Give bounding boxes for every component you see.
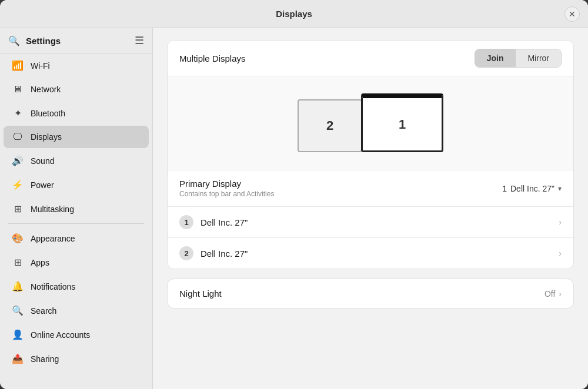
close-icon: ✕	[569, 9, 576, 19]
bluetooth-icon: ✦	[12, 108, 24, 119]
window-title: Displays	[276, 9, 312, 19]
sidebar-item-label: Appearance	[31, 234, 75, 243]
night-light-card: Night Light Off ›	[167, 279, 574, 308]
sidebar-item-label: Displays	[31, 132, 62, 142]
sidebar-header: 🔍 Settings ☰	[0, 28, 152, 53]
display-mode-btn-group: Join Mirror	[475, 49, 562, 68]
sidebar-item-apps[interactable]: ⊞ Apps	[4, 251, 149, 274]
primary-display-info: Primary Display Contains top bar and Act…	[179, 179, 274, 198]
display-list-item-1[interactable]: 1 Dell Inc. 27" ›	[168, 206, 573, 237]
night-light-label: Night Light	[179, 289, 544, 299]
notifications-icon: 🔔	[12, 281, 24, 292]
sidebar-item-power[interactable]: ⚡ Power	[4, 173, 149, 196]
sidebar-item-displays[interactable]: 🖵 Displays	[4, 126, 149, 148]
sidebar-item-label: Multitasking	[31, 204, 74, 214]
sidebar-item-network[interactable]: 🖥 Network	[4, 78, 149, 100]
search-sidebar-icon: 🔍	[12, 305, 24, 316]
sidebar-item-label: Wi-Fi	[31, 61, 50, 71]
join-button[interactable]: Join	[475, 49, 516, 67]
content-area: 🔍 Settings ☰ 📶 Wi-Fi 🖥 Network ✦ Bluetoo…	[0, 28, 588, 389]
night-light-value-group: Off ›	[544, 289, 562, 299]
sidebar-item-label: Power	[31, 180, 54, 190]
display-1-name: Dell Inc. 27"	[201, 217, 559, 227]
main-content: Multiple Displays Join Mirror 2 1	[153, 28, 588, 389]
display-2-badge: 2	[179, 246, 193, 260]
menu-icon[interactable]: ☰	[135, 34, 144, 47]
primary-display-row: Primary Display Contains top bar and Act…	[168, 170, 573, 206]
night-light-row[interactable]: Night Light Off ›	[168, 279, 573, 308]
sidebar-item-label: Sound	[31, 156, 54, 166]
primary-display-name: Dell Inc. 27"	[510, 184, 554, 193]
monitor-1-block[interactable]: 1	[361, 93, 443, 152]
chevron-right-icon-2: ›	[559, 249, 562, 258]
mirror-button[interactable]: Mirror	[516, 49, 561, 67]
network-icon: 🖥	[12, 84, 24, 95]
chevron-right-icon-night: ›	[559, 289, 562, 299]
primary-display-value-group[interactable]: 1 Dell Inc. 27" ▾	[502, 184, 562, 193]
power-icon: ⚡	[12, 179, 24, 190]
display-canvas: 2 1	[168, 76, 573, 170]
sidebar-item-search[interactable]: 🔍 Search	[4, 299, 149, 322]
sound-icon: 🔊	[12, 155, 24, 166]
sidebar-item-sound[interactable]: 🔊 Sound	[4, 149, 149, 172]
sidebar-item-label: Network	[31, 85, 61, 94]
dropdown-arrow-icon: ▾	[558, 185, 562, 193]
sidebar-separator	[8, 223, 144, 224]
display-1-num: 1	[184, 218, 188, 227]
sidebar-item-bluetooth[interactable]: ✦ Bluetooth	[4, 102, 149, 125]
sharing-icon: 📤	[12, 353, 24, 364]
sidebar-item-label: Bluetooth	[31, 109, 65, 118]
primary-display-num: 1	[502, 184, 507, 193]
display-2-name: Dell Inc. 27"	[201, 249, 559, 259]
wifi-icon: 📶	[12, 60, 24, 71]
apps-icon: ⊞	[12, 257, 24, 268]
sidebar-item-wifi[interactable]: 📶 Wi-Fi	[4, 54, 149, 77]
monitor-1-label: 1	[399, 117, 406, 132]
display-2-num: 2	[184, 249, 188, 258]
sidebar-item-sharing[interactable]: 📤 Sharing	[4, 347, 149, 370]
sidebar-item-label: Sharing	[31, 354, 59, 364]
display-list-item-2[interactable]: 2 Dell Inc. 27" ›	[168, 237, 573, 269]
sidebar-item-appearance[interactable]: 🎨 Appearance	[4, 227, 149, 250]
titlebar: Displays ✕	[0, 0, 588, 28]
close-button[interactable]: ✕	[564, 6, 580, 22]
multitasking-icon: ⊞	[12, 203, 24, 214]
sidebar-item-online-accounts[interactable]: 👤 Online Accounts	[4, 323, 149, 346]
monitor-2-block[interactable]: 2	[298, 99, 362, 152]
sidebar-item-label: Online Accounts	[31, 330, 90, 340]
sidebar-item-label: Apps	[31, 258, 49, 267]
settings-window: Displays ✕ 🔍 Settings ☰ 📶 Wi-Fi 🖥 Networ…	[0, 0, 588, 389]
sidebar-item-multitasking[interactable]: ⊞ Multitasking	[4, 197, 149, 220]
primary-display-label: Primary Display	[179, 179, 274, 189]
display-1-badge: 1	[179, 215, 193, 229]
appearance-icon: 🎨	[12, 233, 24, 244]
sidebar-title: Settings	[26, 36, 129, 46]
sidebar-item-notifications[interactable]: 🔔 Notifications	[4, 275, 149, 298]
night-light-status: Off	[544, 289, 555, 299]
primary-display-sub: Contains top bar and Activities	[179, 190, 274, 198]
sidebar-item-label: Search	[31, 306, 56, 316]
monitor-2-label: 2	[326, 118, 333, 133]
sidebar-item-label: Notifications	[31, 282, 75, 291]
multiple-displays-row: Multiple Displays Join Mirror	[168, 41, 573, 76]
sidebar: 🔍 Settings ☰ 📶 Wi-Fi 🖥 Network ✦ Bluetoo…	[0, 28, 153, 389]
search-icon[interactable]: 🔍	[8, 35, 20, 46]
multiple-displays-label: Multiple Displays	[179, 53, 475, 63]
online-accounts-icon: 👤	[12, 329, 24, 340]
displays-icon: 🖵	[12, 132, 24, 142]
multiple-displays-card: Multiple Displays Join Mirror 2 1	[167, 40, 574, 269]
chevron-right-icon-1: ›	[559, 217, 562, 227]
